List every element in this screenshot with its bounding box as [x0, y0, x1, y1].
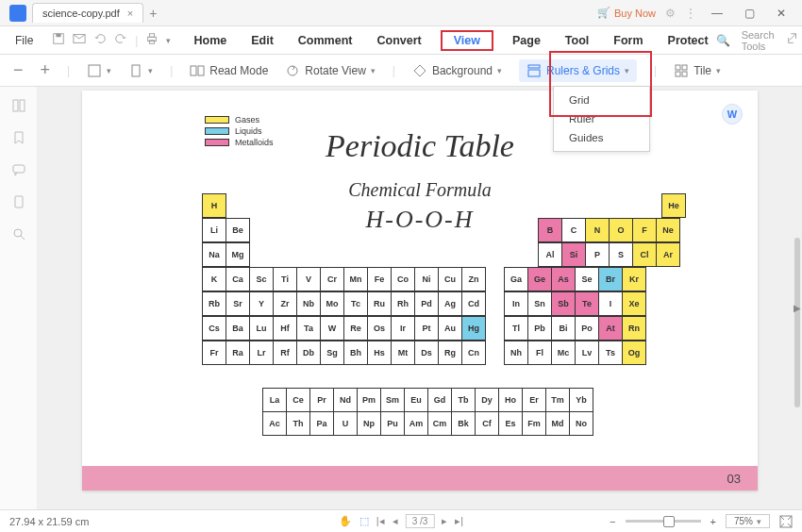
menubar: File | ▾ Home Edit Comment Convert View …	[0, 26, 802, 55]
element-Tl: Tl	[504, 316, 528, 341]
titlebar: science-copy.pdf × + 🛒 Buy Now ⚙ ⋮ — ▢ ✕	[0, 0, 802, 26]
share-icon[interactable]	[786, 32, 799, 48]
element-Ba: Ba	[226, 316, 250, 341]
element-Pu: Pu	[380, 411, 405, 436]
last-page-button[interactable]: ▸|	[455, 515, 463, 527]
settings-icon[interactable]: ⚙	[665, 7, 676, 20]
comment-icon[interactable]	[11, 162, 26, 177]
read-mode-button[interactable]: Read Mode	[190, 63, 268, 78]
element-Rn: Rn	[622, 316, 646, 341]
tab-page[interactable]: Page	[507, 30, 546, 51]
menu-item-guides[interactable]: Guides	[554, 128, 649, 147]
word-export-badge[interactable]: W	[722, 104, 743, 125]
first-page-button[interactable]: |◂	[376, 515, 385, 527]
attachment-icon[interactable]	[11, 194, 26, 209]
save-icon[interactable]	[52, 32, 65, 48]
element-In: In	[504, 291, 528, 316]
document-tab[interactable]: science-copy.pdf ×	[32, 3, 143, 23]
zoom-out-button[interactable]: −	[13, 60, 24, 80]
element-B: B	[538, 218, 562, 242]
swatch-metalloids	[205, 139, 229, 146]
element-Cf: Cf	[475, 411, 499, 436]
svg-rect-13	[676, 65, 680, 70]
svg-rect-14	[682, 65, 687, 70]
element-Bk: Bk	[451, 411, 476, 436]
element-V: V	[296, 267, 321, 291]
element-At: At	[598, 316, 623, 341]
element-Yb: Yb	[569, 388, 593, 412]
statusbar: 27.94 x 21.59 cm ✋ ⬚ |◂ ◂ 3 /3 ▸ ▸| − + …	[0, 509, 802, 532]
zoom-in-status[interactable]: +	[710, 516, 716, 527]
doc-title: Periodic Table	[326, 128, 514, 164]
thumbnails-icon[interactable]	[11, 98, 26, 113]
element-Bi: Bi	[551, 316, 576, 341]
fit-width-button[interactable]: ▾	[87, 63, 111, 78]
rulers-grids-menu: Grid Ruler Guides	[553, 86, 650, 152]
mail-icon[interactable]	[73, 32, 86, 48]
close-tab-icon[interactable]: ×	[127, 8, 133, 19]
element-Dy: Dy	[475, 388, 499, 412]
file-menu[interactable]: File	[8, 30, 41, 51]
element-Sn: Sn	[527, 291, 552, 316]
search-tools-input[interactable]: Search Tools	[742, 29, 775, 52]
svg-rect-4	[150, 34, 155, 38]
tab-edit[interactable]: Edit	[245, 30, 279, 51]
search-side-icon[interactable]	[11, 226, 26, 241]
zoom-slider[interactable]	[626, 520, 701, 523]
prev-page-button[interactable]: ◂	[393, 515, 398, 527]
element-Co: Co	[391, 267, 415, 291]
next-page-button[interactable]: ▸	[442, 515, 447, 527]
undo-icon[interactable]	[93, 32, 107, 48]
tab-tool[interactable]: Tool	[560, 30, 594, 51]
element-Tm: Tm	[545, 388, 570, 412]
zoom-in-button[interactable]: +	[41, 60, 51, 80]
menu-item-ruler[interactable]: Ruler	[554, 109, 649, 128]
element-Sr: Sr	[226, 291, 250, 316]
element-Ru: Ru	[367, 291, 392, 316]
hand-tool-icon[interactable]: ✋	[339, 515, 352, 527]
element-Pd: Pd	[414, 291, 439, 316]
qat-dropdown-icon[interactable]: ▾	[166, 36, 171, 45]
right-edge-scroll[interactable]: ▶	[793, 298, 802, 317]
element-Li: Li	[202, 218, 226, 242]
element-Cm: Cm	[427, 411, 452, 436]
menu-item-grid[interactable]: Grid	[554, 91, 649, 109]
vertical-scrollbar[interactable]	[794, 238, 800, 407]
minimize-button[interactable]: —	[706, 7, 728, 20]
page-number-field[interactable]: 3 /3	[406, 514, 435, 528]
maximize-button[interactable]: ▢	[738, 7, 760, 20]
redo-icon[interactable]	[114, 32, 127, 48]
tab-home[interactable]: Home	[188, 30, 232, 51]
rotate-view-button[interactable]: Rotate View▾	[285, 63, 375, 78]
tab-convert[interactable]: Convert	[371, 30, 426, 51]
close-window-button[interactable]: ✕	[770, 7, 793, 20]
element-Zn: Zn	[461, 267, 486, 291]
svg-rect-7	[132, 65, 140, 76]
select-tool-icon[interactable]: ⬚	[359, 515, 369, 527]
tile-button[interactable]: Tile▾	[674, 63, 721, 78]
tab-comment[interactable]: Comment	[292, 30, 359, 51]
fit-page-button[interactable]: ▾	[128, 63, 153, 78]
rulers-grids-button[interactable]: Rulers & Grids▾	[519, 59, 637, 82]
zoom-out-status[interactable]: −	[610, 516, 615, 527]
search-icon[interactable]: 🔍	[716, 34, 730, 47]
element-Db: Db	[296, 341, 321, 365]
element-Pb: Pb	[527, 316, 552, 341]
zoom-level-field[interactable]: 75%▾	[726, 514, 770, 528]
fit-screen-icon[interactable]	[779, 515, 793, 528]
background-button[interactable]: Background▾	[412, 63, 502, 78]
buy-now-link[interactable]: 🛒 Buy Now	[597, 7, 656, 19]
bookmark-icon[interactable]	[11, 130, 26, 145]
svg-point-10	[288, 66, 297, 75]
tab-protect[interactable]: Protect	[662, 30, 714, 51]
svg-rect-8	[191, 66, 196, 75]
element-Na: Na	[202, 242, 226, 267]
element-Lr: Lr	[249, 341, 274, 365]
tab-view[interactable]: View	[441, 30, 493, 51]
periodic-table: HHeLiBeBCNOFNeNaMgAlSiPSClArKCaScTiVCrMn…	[203, 194, 686, 366]
print-icon[interactable]	[145, 32, 159, 48]
more-icon[interactable]: ⋮	[685, 7, 696, 20]
tab-form[interactable]: Form	[608, 30, 648, 51]
new-tab-button[interactable]: +	[149, 6, 157, 21]
document-canvas[interactable]: W Gases Liquids Metalloids Periodic Tabl…	[38, 87, 802, 509]
